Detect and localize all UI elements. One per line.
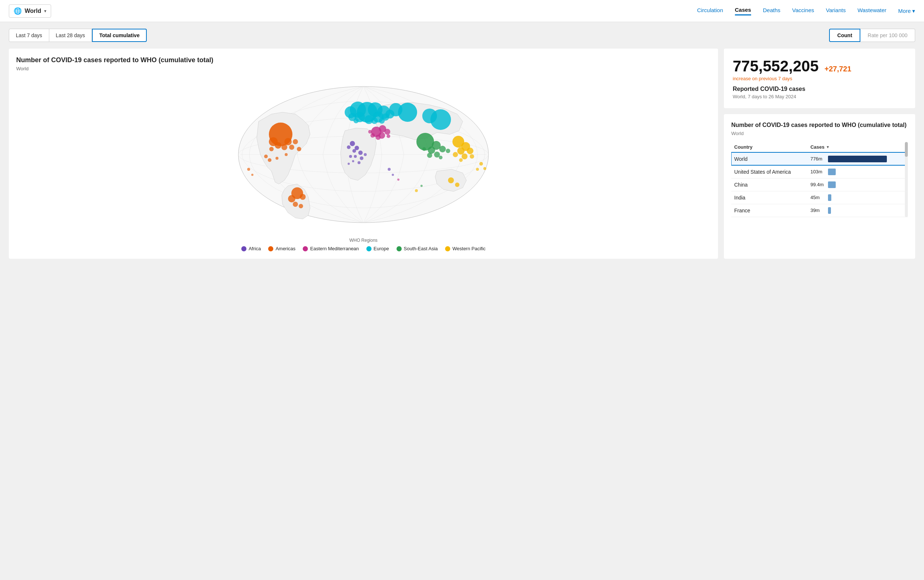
map-subtitle: World xyxy=(16,66,711,71)
svg-point-66 xyxy=(439,156,442,159)
table-row[interactable]: United States of America 103m xyxy=(731,165,908,178)
svg-point-81 xyxy=(483,167,486,170)
country-name: France xyxy=(734,208,750,213)
svg-point-83 xyxy=(247,168,250,171)
col-cases[interactable]: Cases ▼ xyxy=(807,142,908,152)
cases-cell: 99.4m xyxy=(807,178,908,191)
nav-cases[interactable]: Cases xyxy=(735,7,751,15)
svg-point-42 xyxy=(385,129,390,135)
svg-point-43 xyxy=(376,135,381,140)
europe-dot xyxy=(367,246,372,251)
tab-total-cumulative[interactable]: Total cumulative xyxy=(92,29,147,42)
right-panel: 775,552,205 +27,721 increase on previous… xyxy=(724,49,915,259)
scrollbar-thumb[interactable] xyxy=(905,142,908,157)
bar-fill xyxy=(828,168,836,175)
table-row[interactable]: France 39m xyxy=(731,204,908,217)
stats-card: 775,552,205 +27,721 increase on previous… xyxy=(724,49,915,108)
svg-point-88 xyxy=(415,189,418,192)
wp-dot xyxy=(445,246,450,251)
eastern-med-dot xyxy=(303,246,308,251)
svg-point-34 xyxy=(299,204,303,208)
americas-dot xyxy=(268,246,273,251)
svg-point-51 xyxy=(347,145,350,149)
tab-last28[interactable]: Last 28 days xyxy=(49,29,92,42)
legend-south-east-asia: South-East Asia xyxy=(396,246,438,251)
svg-point-36 xyxy=(268,158,271,162)
cases-value: 103m xyxy=(811,169,825,175)
svg-point-29 xyxy=(297,147,301,151)
svg-point-74 xyxy=(462,153,467,159)
map-container xyxy=(16,77,711,232)
nav-deaths[interactable]: Deaths xyxy=(763,7,781,15)
svg-point-38 xyxy=(285,153,288,156)
cases-value: 776m xyxy=(811,156,825,161)
scrollbar-track[interactable] xyxy=(905,142,908,217)
legend-europe-label: Europe xyxy=(374,246,389,251)
bar-fill xyxy=(828,181,835,188)
svg-point-65 xyxy=(446,149,450,153)
nav-variants[interactable]: Variants xyxy=(826,7,846,15)
cases-cell: 39m xyxy=(807,204,908,217)
legend-americas-label: Americas xyxy=(276,246,295,251)
table-row[interactable]: India 45m xyxy=(731,191,908,204)
chevron-down-icon: ▾ xyxy=(44,8,46,13)
svg-point-45 xyxy=(368,130,372,133)
legend-western-pacific: Western Pacific xyxy=(445,246,485,251)
svg-point-57 xyxy=(352,160,354,162)
country-cell: United States of America xyxy=(731,165,807,178)
svg-point-28 xyxy=(269,147,274,151)
world-label: World xyxy=(25,8,41,14)
table-row[interactable]: World 776m xyxy=(731,152,908,166)
nav-circulation[interactable]: Circulation xyxy=(697,7,723,15)
svg-point-53 xyxy=(354,155,357,158)
main-nav: Circulation Cases Deaths Vaccines Varian… xyxy=(697,7,915,15)
legend-eastern-med-label: Eastern Mediterranean xyxy=(310,246,358,251)
legend-title: WHO Regions xyxy=(16,238,711,243)
svg-point-15 xyxy=(371,117,378,124)
svg-point-69 xyxy=(422,109,437,123)
svg-point-67 xyxy=(422,147,426,151)
table-row[interactable]: China 99.4m xyxy=(731,178,908,191)
svg-point-55 xyxy=(364,153,367,156)
svg-point-86 xyxy=(392,174,394,176)
bar-cell: 776m xyxy=(811,156,905,162)
nav-vaccines[interactable]: Vaccines xyxy=(792,7,814,15)
svg-point-33 xyxy=(293,202,298,207)
nav-wastewater[interactable]: Wastewater xyxy=(857,7,886,15)
table-title: Number of COVID-19 cases reported to WHO… xyxy=(731,122,908,129)
bar-track xyxy=(828,207,905,214)
bar-cell: 103m xyxy=(811,168,905,175)
nav-more[interactable]: More ▾ xyxy=(898,8,915,14)
svg-point-49 xyxy=(358,150,363,155)
svg-point-47 xyxy=(350,141,355,146)
country-name: World xyxy=(734,156,747,162)
col-country: Country xyxy=(731,142,807,152)
world-selector[interactable]: 🌐 World ▾ xyxy=(9,5,51,18)
legend-wp-label: Western Pacific xyxy=(452,246,485,251)
svg-point-56 xyxy=(358,161,360,164)
toggle-rate[interactable]: Rate per 100 000 xyxy=(860,29,915,42)
legend-africa: Africa xyxy=(241,246,261,251)
country-cell: India xyxy=(731,191,807,204)
svg-point-27 xyxy=(293,139,298,144)
svg-point-76 xyxy=(470,154,474,158)
svg-point-26 xyxy=(289,145,294,150)
svg-point-85 xyxy=(388,168,391,171)
svg-point-79 xyxy=(455,183,459,187)
bar-track xyxy=(828,194,905,201)
stats-sub: World, 7 days to 26 May 2024 xyxy=(733,94,906,99)
svg-point-75 xyxy=(453,152,458,157)
world-map-svg xyxy=(16,77,711,232)
toggle-count[interactable]: Count xyxy=(829,29,860,42)
tab-last7[interactable]: Last 7 days xyxy=(9,29,49,42)
svg-point-62 xyxy=(439,146,446,152)
map-title: Number of COVID-19 cases reported to WHO… xyxy=(16,56,711,64)
bar-track xyxy=(828,168,905,175)
cases-value: 99.4m xyxy=(811,182,825,187)
cases-cell: 103m xyxy=(807,165,908,178)
legend-items: Africa Americas Eastern Mediterranean Eu… xyxy=(16,246,711,251)
map-panel: Number of COVID-19 cases reported to WHO… xyxy=(9,49,718,259)
increase-label: increase on previous 7 days xyxy=(733,76,906,81)
svg-point-23 xyxy=(284,138,292,145)
africa-dot xyxy=(241,246,247,251)
